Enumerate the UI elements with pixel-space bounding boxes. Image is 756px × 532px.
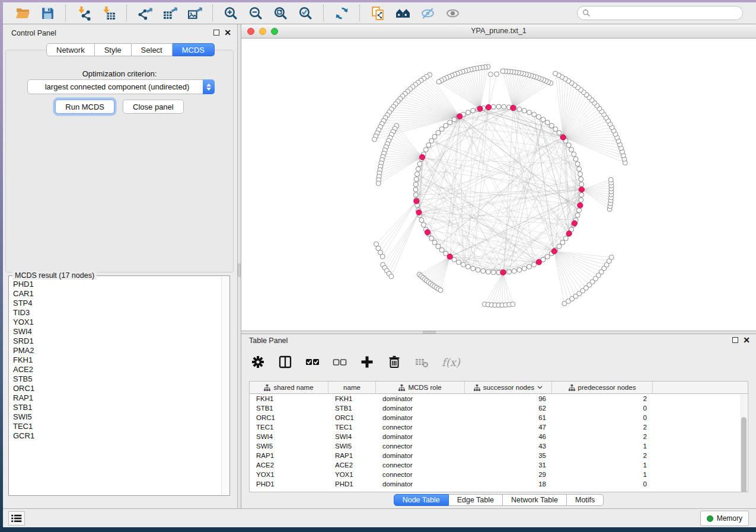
splitter-handle[interactable] — [238, 264, 241, 277]
table-cell: 96 — [465, 395, 552, 402]
float-panel-icon[interactable] — [213, 30, 219, 36]
search-input[interactable] — [591, 7, 742, 19]
column-header-predecessor-nodes[interactable]: predecessor nodes — [552, 382, 653, 393]
table-panel: Table Panel ✕ f(x) shared namenameMCDS — [241, 334, 756, 508]
table-cell: 61 — [465, 414, 552, 421]
mcds-result-item[interactable]: ORC1 — [13, 384, 221, 393]
mcds-result-item[interactable]: FKH1 — [13, 355, 221, 365]
tab-edge-table[interactable]: Edge Table — [449, 494, 503, 506]
add-column-icon[interactable] — [360, 353, 374, 371]
function-builder-icon[interactable]: f(x) — [442, 353, 460, 371]
mcds-result-item[interactable]: SRD1 — [13, 336, 221, 346]
zoom-in-icon[interactable] — [222, 4, 240, 22]
delete-column-icon[interactable] — [387, 353, 401, 371]
table-cell: ORC1 — [328, 414, 376, 421]
import-table-icon[interactable] — [100, 4, 117, 22]
select-all-icon[interactable] — [305, 353, 320, 371]
close-panel-icon[interactable]: ✕ — [224, 30, 231, 36]
table-cell: 1 — [552, 462, 653, 469]
save-session-icon[interactable] — [39, 4, 56, 22]
export-network-icon[interactable] — [136, 4, 154, 22]
open-file-icon[interactable] — [14, 4, 31, 22]
tab-style[interactable]: Style — [95, 43, 132, 56]
network-view-title: YPA_prune.txt_1 — [241, 27, 756, 35]
mcds-result-item[interactable]: STB5 — [13, 374, 221, 384]
run-mcds-button[interactable]: Run MCDS — [55, 100, 114, 114]
column-header-successor-nodes[interactable]: successor nodes — [465, 382, 552, 393]
scrollbar-thumb[interactable] — [741, 417, 747, 492]
tab-node-table[interactable]: Node Table — [394, 494, 449, 506]
mcds-result-item[interactable]: RAP1 — [13, 393, 221, 403]
table-row[interactable]: SWI4SWI4dominator462 — [250, 432, 748, 441]
table-row[interactable]: ORC1ORC1dominator610 — [250, 413, 748, 422]
table-row[interactable]: RAP1RAP1dominator352 — [250, 451, 748, 460]
mcds-result-item[interactable]: PMA2 — [13, 346, 221, 355]
mcds-result-item[interactable]: SWI5 — [13, 412, 221, 422]
first-neighbors-icon[interactable] — [394, 4, 412, 22]
mcds-result-item[interactable]: STP4 — [13, 299, 221, 308]
table-cell: RAP1 — [328, 452, 376, 459]
show-all-icon[interactable] — [444, 4, 461, 22]
export-image-icon[interactable] — [186, 4, 203, 22]
column-header-MCDS-role[interactable]: MCDS role — [376, 382, 465, 393]
zoom-selected-icon[interactable] — [296, 4, 314, 22]
tab-network[interactable]: Network — [46, 43, 95, 56]
split-columns-icon[interactable] — [278, 353, 292, 371]
mcds-result-item[interactable]: GCR1 — [13, 431, 221, 441]
import-network-icon[interactable] — [75, 4, 92, 22]
tab-mcds[interactable]: MCDS — [173, 43, 215, 56]
control-tabs: NetworkStyleSelectMCDS — [46, 43, 215, 56]
network-view-titlebar[interactable]: YPA_prune.txt_1 — [241, 24, 756, 39]
memory-label: Memory — [717, 514, 742, 523]
table-row[interactable]: FKH1FKH1dominator962 — [250, 394, 748, 403]
table-row[interactable]: ACE2ACE2connector311 — [250, 460, 748, 470]
mcds-result-item[interactable]: YOX1 — [13, 318, 221, 327]
table-panel-title: Table Panel — [249, 336, 288, 345]
mcds-list-scrollbar[interactable] — [221, 277, 229, 495]
tab-network-table[interactable]: Network Table — [503, 494, 567, 506]
optimization-criterion-select[interactable]: largest connected component (undirected) — [27, 79, 215, 94]
close-panel-button[interactable]: Close panel — [123, 100, 184, 114]
mcds-result-item[interactable]: SWI4 — [13, 327, 221, 336]
tab-motifs[interactable]: Motifs — [567, 494, 604, 506]
search-field[interactable] — [577, 6, 743, 20]
table-scrollbar[interactable] — [740, 395, 747, 491]
refresh-layout-icon[interactable] — [333, 4, 350, 22]
close-panel-icon[interactable]: ✕ — [743, 337, 750, 343]
table-cell: FKH1 — [328, 395, 376, 402]
tab-select[interactable]: Select — [132, 43, 173, 56]
hide-selected-icon[interactable] — [419, 4, 436, 22]
column-header-name[interactable]: name — [328, 382, 376, 393]
table-cell: connector — [376, 471, 465, 478]
float-panel-icon[interactable] — [732, 337, 738, 343]
table-row[interactable]: SWI5SWI5connector431 — [250, 441, 748, 451]
network-canvas[interactable] — [241, 39, 756, 331]
table-row[interactable]: PHD1PHD1dominator180 — [250, 479, 748, 489]
table-row[interactable]: YOX1YOX1connector291 — [250, 470, 748, 479]
table-body: FKH1FKH1dominator962STB1STB1dominator620… — [250, 394, 748, 489]
list-icon — [11, 514, 22, 523]
delete-table-icon[interactable] — [414, 353, 429, 371]
table-row[interactable]: STB1STB1dominator620 — [250, 403, 748, 413]
table-header: shared namenameMCDS rolesuccessor nodesp… — [250, 382, 748, 394]
table-cell: connector — [376, 424, 465, 431]
memory-button[interactable]: Memory — [700, 511, 749, 526]
mcds-result-item[interactable]: TID3 — [13, 308, 221, 318]
table-cell: 18 — [465, 480, 552, 488]
list-menu-button[interactable] — [8, 511, 25, 525]
table-row[interactable]: TEC1TEC1connector472 — [250, 422, 748, 432]
splitter-handle[interactable] — [423, 331, 436, 334]
deselect-all-icon[interactable] — [333, 353, 347, 371]
table-cell: dominator — [376, 433, 465, 440]
mcds-result-item[interactable]: CAR1 — [13, 289, 221, 299]
zoom-out-icon[interactable] — [247, 4, 264, 22]
column-header-shared-name[interactable]: shared name — [250, 382, 328, 393]
mcds-result-item[interactable]: STB1 — [13, 403, 221, 412]
gear-icon[interactable] — [251, 353, 265, 371]
mcds-result-item[interactable]: TEC1 — [13, 422, 221, 431]
mcds-result-item[interactable]: PHD1 — [13, 280, 221, 289]
mcds-result-item[interactable]: ACE2 — [13, 365, 221, 374]
export-table-icon[interactable] — [161, 4, 178, 22]
clone-network-icon[interactable] — [369, 4, 387, 22]
zoom-fit-icon[interactable] — [272, 4, 289, 22]
